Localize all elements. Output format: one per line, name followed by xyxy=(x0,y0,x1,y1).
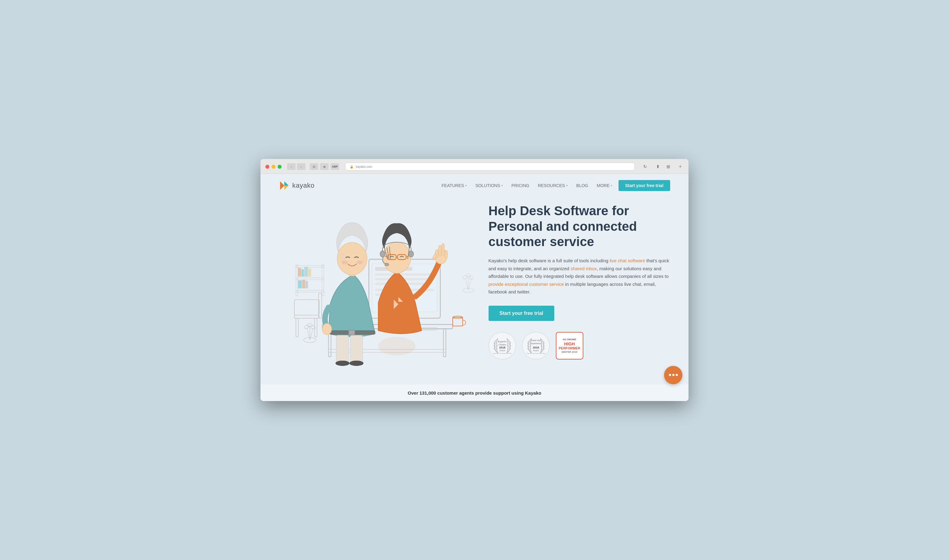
close-button[interactable] xyxy=(265,165,269,169)
chevron-down-icon: ▾ xyxy=(566,184,568,187)
svg-point-93 xyxy=(508,341,511,344)
awards-badges: Expert's Choice 2018 Award Awarded by Fi… xyxy=(489,332,670,360)
svg-point-102 xyxy=(528,345,531,347)
logo-icon xyxy=(279,180,290,191)
svg-rect-5 xyxy=(315,318,317,337)
nav-item-more[interactable]: MORE ▾ xyxy=(597,183,612,188)
page-content: kayako FEATURES ▾ SOLUTIONS ▾ xyxy=(260,174,689,401)
maximize-button[interactable] xyxy=(278,165,281,169)
g2-high-performer-badge: G2 CROWD HIGH PERFORMER WINTER 2019 xyxy=(556,332,583,360)
exceptional-service-link[interactable]: provide exceptional customer service xyxy=(489,282,564,287)
svg-text:Award: Award xyxy=(533,349,539,352)
svg-point-92 xyxy=(494,347,497,350)
sidebar-button[interactable]: ⊞ xyxy=(664,163,673,170)
nav-link-features[interactable]: FEATURES ▾ xyxy=(441,183,467,188)
svg-rect-88 xyxy=(302,280,305,288)
svg-rect-86 xyxy=(308,269,311,277)
hero-illustration xyxy=(279,197,483,372)
nav-cta-button[interactable]: Start your free trial xyxy=(618,180,670,191)
hero-content: Help Desk Software for Personal and conn… xyxy=(483,197,670,360)
svg-point-61 xyxy=(336,361,349,366)
svg-rect-84 xyxy=(301,269,304,277)
svg-text:Awarded by FinancesOnline: Awarded by FinancesOnline xyxy=(526,352,545,354)
experts-choice-badge: Expert's Choice 2018 Award Awarded by Fi… xyxy=(489,332,516,360)
chat-bubble-dots xyxy=(669,374,678,376)
nav-item-solutions[interactable]: SOLUTIONS ▾ xyxy=(475,183,503,188)
browser-actions: ⬆ ⊞ xyxy=(654,163,673,170)
svg-text:2018: 2018 xyxy=(533,346,539,349)
svg-rect-58 xyxy=(349,330,355,335)
hero-section: Help Desk Software for Personal and conn… xyxy=(260,197,689,385)
nav-link-blog[interactable]: BLOG xyxy=(576,183,588,188)
svg-marker-0 xyxy=(280,181,285,190)
svg-rect-79 xyxy=(296,278,324,280)
nav-links: FEATURES ▾ SOLUTIONS ▾ PRICING xyxy=(441,183,612,188)
new-tab-button[interactable]: + xyxy=(677,163,684,170)
nav-buttons: ‹ › xyxy=(287,163,305,170)
svg-point-69 xyxy=(341,260,348,264)
svg-point-104 xyxy=(541,341,545,344)
svg-rect-55 xyxy=(445,251,447,258)
logo-link[interactable]: kayako xyxy=(279,180,315,191)
adblock-icon[interactable]: ABP xyxy=(331,163,339,170)
live-chat-link[interactable]: live chat software xyxy=(610,258,645,263)
reader-icon[interactable]: ⊡ xyxy=(310,163,318,170)
svg-point-90 xyxy=(494,341,497,344)
nav-link-pricing[interactable]: PRICING xyxy=(512,183,529,188)
shield-icon[interactable]: ⊕ xyxy=(320,163,329,170)
nav-link-more[interactable]: MORE ▾ xyxy=(597,183,612,188)
svg-point-106 xyxy=(541,347,545,350)
svg-rect-87 xyxy=(298,280,302,288)
g2-logo: G2 CROWD xyxy=(563,338,576,341)
svg-point-48 xyxy=(380,251,385,257)
svg-rect-24 xyxy=(375,273,434,276)
chat-dot xyxy=(676,374,678,376)
svg-rect-81 xyxy=(296,265,298,296)
svg-line-9 xyxy=(307,328,310,340)
svg-text:Choice: Choice xyxy=(498,343,506,346)
svg-point-70 xyxy=(357,260,363,264)
svg-point-94 xyxy=(508,345,511,347)
svg-rect-59 xyxy=(336,335,349,363)
svg-rect-60 xyxy=(351,335,363,363)
chat-dot xyxy=(672,374,674,376)
forward-button[interactable]: › xyxy=(297,163,305,170)
hero-cta-button[interactable]: Start your free trial xyxy=(489,306,554,321)
nav-link-resources[interactable]: RESOURCES ▾ xyxy=(538,183,568,188)
browser-titlebar: ‹ › ⊡ ⊕ ABP 🔒 kayako.com ↻ ⬆ ⊞ + xyxy=(260,159,689,174)
minimize-button[interactable] xyxy=(271,165,275,169)
svg-text:Expert's: Expert's xyxy=(498,340,507,343)
svg-rect-52 xyxy=(439,245,441,257)
nav-item-resources[interactable]: RESOURCES ▾ xyxy=(538,183,568,188)
svg-rect-83 xyxy=(298,268,301,277)
chevron-down-icon: ▾ xyxy=(611,184,612,187)
address-bar[interactable]: 🔒 kayako.com xyxy=(345,163,635,171)
browser-window: ‹ › ⊡ ⊕ ABP 🔒 kayako.com ↻ ⬆ ⊞ + xyxy=(260,159,689,401)
svg-rect-89 xyxy=(305,281,308,288)
winter-text: WINTER 2019 xyxy=(561,351,578,353)
svg-rect-6 xyxy=(294,300,319,315)
svg-text:Awarded by FinancesOnline: Awarded by FinancesOnline xyxy=(492,352,512,354)
svg-point-103 xyxy=(527,347,531,350)
url-text: kayako.com xyxy=(356,165,372,168)
svg-rect-4 xyxy=(296,318,298,337)
back-button[interactable]: ‹ xyxy=(287,163,296,170)
svg-text:Great User: Great User xyxy=(531,339,541,342)
nav-item-pricing[interactable]: PRICING xyxy=(512,183,529,188)
svg-marker-1 xyxy=(285,181,289,186)
nav-item-blog[interactable]: BLOG xyxy=(576,183,588,188)
svg-point-50 xyxy=(385,263,389,266)
shared-inbox-link[interactable]: shared inbox xyxy=(571,266,597,271)
svg-line-11 xyxy=(310,328,313,340)
chat-widget-button[interactable] xyxy=(664,366,682,384)
hero-description: Kayako's help desk software is a full su… xyxy=(489,257,670,296)
chat-dot xyxy=(669,374,671,376)
svg-point-91 xyxy=(494,345,497,347)
nav-link-solutions[interactable]: SOLUTIONS ▾ xyxy=(475,183,503,188)
svg-point-63 xyxy=(322,323,331,335)
svg-point-105 xyxy=(541,345,544,347)
share-button[interactable]: ⬆ xyxy=(654,163,662,170)
svg-point-12 xyxy=(304,325,310,329)
nav-item-features[interactable]: FEATURES ▾ xyxy=(441,183,467,188)
refresh-button[interactable]: ↻ xyxy=(641,163,649,170)
